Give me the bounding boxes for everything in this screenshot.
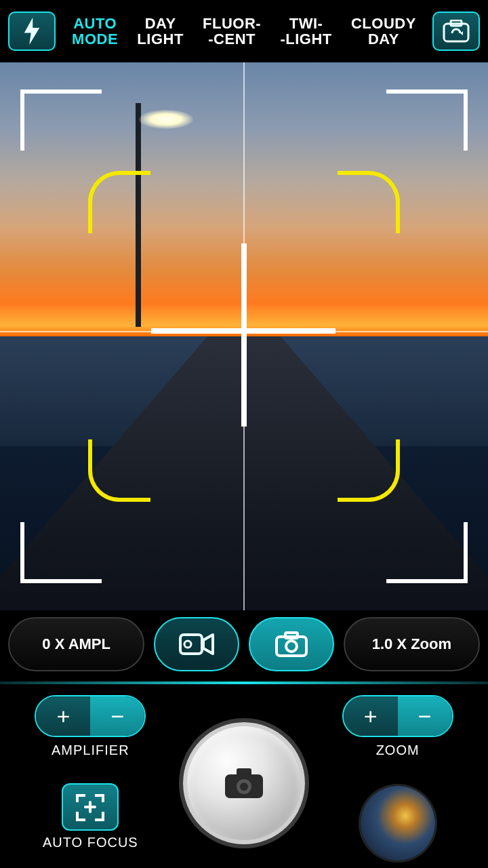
crosshair (241, 243, 247, 427)
mode-fluorescent[interactable]: FLUOR--CENT (203, 16, 261, 47)
zoom-label: ZOOM (376, 743, 420, 758)
photo-mode-button[interactable] (249, 617, 334, 671)
crosshair (151, 328, 336, 334)
flash-button[interactable] (8, 12, 56, 51)
autofocus-icon (75, 791, 106, 823)
white-balance-modes: AUTOMODE DAYLIGHT FLUOR--CENT TWI--LIGHT… (62, 16, 426, 47)
zoom-control: + − ZOOM (321, 695, 474, 776)
switch-camera-icon (443, 20, 470, 43)
switch-camera-button[interactable] (432, 12, 480, 51)
amplifier-readout[interactable]: 0 X AMPL (8, 617, 144, 671)
amplifier-stepper: + − (35, 695, 146, 737)
svg-point-10 (240, 783, 248, 791)
mode-twilight[interactable]: TWI--LIGHT (280, 16, 331, 47)
mode-daylight[interactable]: DAYLIGHT (137, 16, 184, 47)
focus-bracket (88, 439, 150, 502)
focus-bracket (88, 171, 150, 233)
focus-bracket (338, 171, 400, 233)
mode-auto[interactable]: AUTOMODE (72, 16, 118, 47)
zoom-in-button[interactable]: + (344, 696, 398, 736)
frame-bracket (386, 522, 468, 583)
camera-icon (275, 631, 308, 657)
video-mode-button[interactable] (154, 617, 239, 671)
zoom-readout[interactable]: 1.0 X Zoom (344, 617, 480, 671)
bottom-controls: + − AMPLIFIER + − ZOOM AUTO FOCU (0, 688, 488, 868)
amplifier-control: + − AMPLIFIER (14, 695, 167, 776)
top-bar: AUTOMODE DAYLIGHT FLUOR--CENT TWI--LIGHT… (0, 0, 488, 62)
autofocus-button[interactable] (62, 783, 119, 831)
mode-cloudy[interactable]: CLOUDYDAY (351, 16, 416, 47)
viewfinder[interactable] (0, 62, 488, 610)
divider (0, 682, 488, 684)
amplifier-increase-button[interactable]: + (36, 696, 90, 736)
svg-point-6 (286, 641, 297, 652)
zoom-stepper: + − (342, 695, 453, 737)
gallery-thumbnail[interactable] (361, 786, 435, 861)
autofocus-control: AUTO FOCUS (14, 776, 167, 868)
frame-bracket (20, 90, 102, 151)
flash-icon (22, 18, 42, 45)
focus-bracket (338, 439, 400, 502)
zoom-out-button[interactable]: − (398, 696, 452, 736)
frame-bracket (20, 522, 102, 583)
mode-bar: 0 X AMPL 1.0 X Zoom (0, 610, 488, 678)
amplifier-decrease-button[interactable]: − (90, 696, 144, 736)
svg-rect-8 (237, 768, 251, 776)
camera-icon (223, 766, 265, 800)
video-icon (179, 632, 214, 656)
svg-point-3 (184, 641, 191, 648)
autofocus-label: AUTO FOCUS (43, 835, 138, 850)
amplifier-label: AMPLIFIER (52, 743, 129, 758)
shutter-button[interactable] (183, 722, 305, 844)
frame-bracket (386, 90, 468, 151)
